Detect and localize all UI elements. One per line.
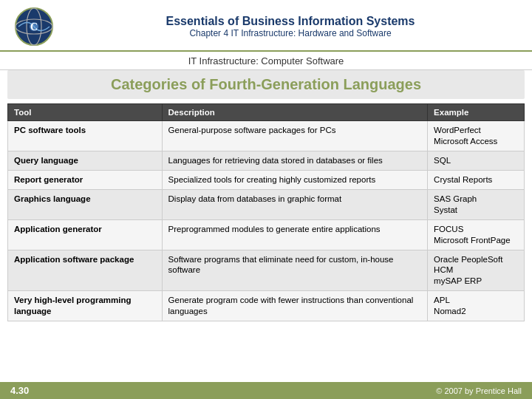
table-row: Application software packageSoftware pro… [8, 250, 525, 291]
table-container: Tool Description Example PC software too… [7, 103, 525, 321]
cell-example: APLNomad2 [428, 291, 525, 321]
footer: 4.30 © 2007 by Prentice Hall [0, 382, 532, 399]
header-text-block: Essentials of Business Information Syste… [64, 15, 517, 38]
table-row: Graphics languageDisplay data from datab… [8, 189, 525, 219]
cell-tool: Application generator [8, 219, 163, 250]
table-row: PC software toolsGeneral-purpose softwar… [8, 121, 525, 151]
categories-table: Tool Description Example PC software too… [7, 103, 525, 321]
col-example: Example [428, 104, 525, 121]
table-row: Application generatorPreprogrammed modul… [8, 219, 525, 250]
copyright: © 2007 by Prentice Hall [436, 386, 522, 395]
cell-example: FOCUSMicrosoft FrontPage [428, 219, 525, 250]
svg-text:C: C [30, 21, 38, 33]
cell-description: Specialized tools for creating highly cu… [162, 170, 428, 189]
cell-tool: PC software tools [8, 121, 163, 151]
cell-description: Display data from databases in graphic f… [162, 189, 428, 219]
logo-icon: C [15, 7, 53, 46]
page-number: 4.30 [10, 385, 29, 396]
cell-example: SQL [428, 151, 525, 170]
cell-tool: Report generator [8, 170, 163, 189]
cell-description: Languages for retrieving data stored in … [162, 151, 428, 170]
section-label: IT Infrastructure: Computer Software [0, 52, 532, 70]
cell-description: Preprogrammed modules to generate entire… [162, 219, 428, 250]
cell-description: General-purpose software packages for PC… [162, 121, 428, 151]
cell-description: Software programs that eliminate need fo… [162, 250, 428, 291]
cell-tool: Very high-level programming language [8, 291, 163, 321]
cell-example: WordPerfectMicrosoft Access [428, 121, 525, 151]
header: C Essentials of Business Information Sys… [0, 0, 532, 52]
table-header-row: Tool Description Example [8, 104, 525, 121]
col-description: Description [162, 104, 428, 121]
table-row: Query languageLanguages for retrieving d… [8, 151, 525, 170]
col-tool: Tool [8, 104, 163, 121]
table-row: Very high-level programming languageGene… [8, 291, 525, 321]
page-heading: Categories of Fourth-Generation Language… [7, 70, 525, 99]
cell-description: Generate program code with fewer instruc… [162, 291, 428, 321]
cell-tool: Graphics language [8, 189, 163, 219]
table-row: Report generatorSpecialized tools for cr… [8, 170, 525, 189]
cell-example: Crystal Reports [428, 170, 525, 189]
cell-tool: Application software package [8, 250, 163, 291]
cell-example: Oracle PeopleSoft HCMmySAP ERP [428, 250, 525, 291]
header-title: Essentials of Business Information Syste… [64, 15, 517, 28]
header-subtitle: Chapter 4 IT Infrastructure: Hardware an… [64, 28, 517, 38]
cell-tool: Query language [8, 151, 163, 170]
cell-example: SAS GraphSystat [428, 189, 525, 219]
